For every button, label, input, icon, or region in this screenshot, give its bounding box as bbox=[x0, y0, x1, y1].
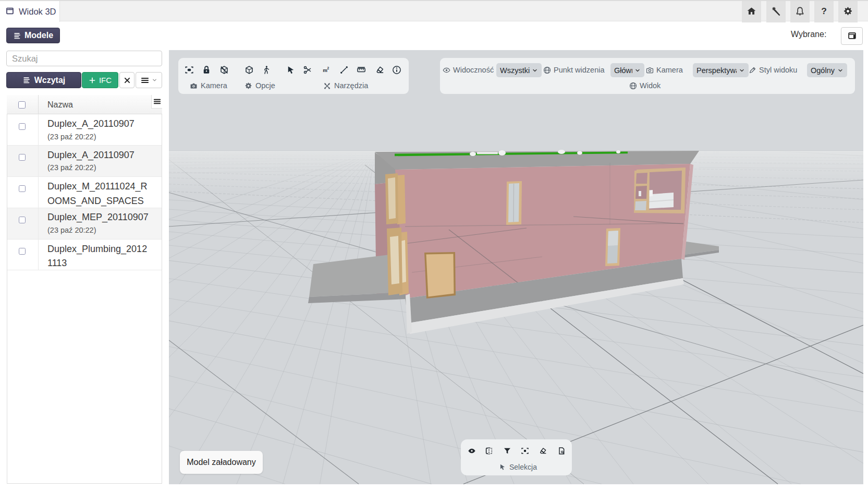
svg-text:?: ? bbox=[821, 6, 827, 16]
svg-text:m: m bbox=[323, 67, 327, 73]
svg-text:2: 2 bbox=[327, 66, 329, 70]
